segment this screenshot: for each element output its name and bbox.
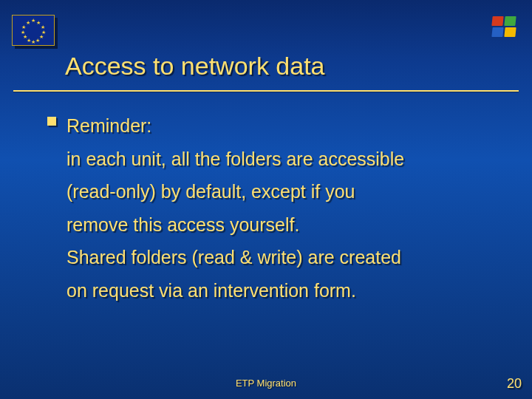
eu-flag-icon: ★ ★ ★ ★ ★ ★ ★ ★ ★ ★ ★ ★ xyxy=(12,15,55,46)
bullet-line: (read-only) by default, except if you xyxy=(66,175,488,208)
bullet-line: in each unit, all the folders are access… xyxy=(66,143,488,176)
header-icons: ★ ★ ★ ★ ★ ★ ★ ★ ★ ★ ★ ★ xyxy=(0,9,532,46)
square-bullet-icon xyxy=(47,117,56,126)
footer-center: ETP Migration xyxy=(0,378,532,389)
bullet-line: remove this access yourself. xyxy=(66,208,488,242)
slide-title: Access to network data xyxy=(65,52,325,81)
bullet-line: Shared folders (read & write) are create… xyxy=(66,241,488,274)
bullet-item: Reminder: in each unit, all the folders … xyxy=(66,109,488,307)
windows-logo-icon xyxy=(492,16,519,40)
page-number: 20 xyxy=(507,376,522,392)
body-content: Reminder: in each unit, all the folders … xyxy=(66,109,488,307)
title-underline xyxy=(13,90,519,92)
slide: ★ ★ ★ ★ ★ ★ ★ ★ ★ ★ ★ ★ Access to networ… xyxy=(0,0,532,399)
bullet-lead: Reminder: xyxy=(66,109,488,143)
bullet-line: on request via an intervention form. xyxy=(66,274,488,307)
